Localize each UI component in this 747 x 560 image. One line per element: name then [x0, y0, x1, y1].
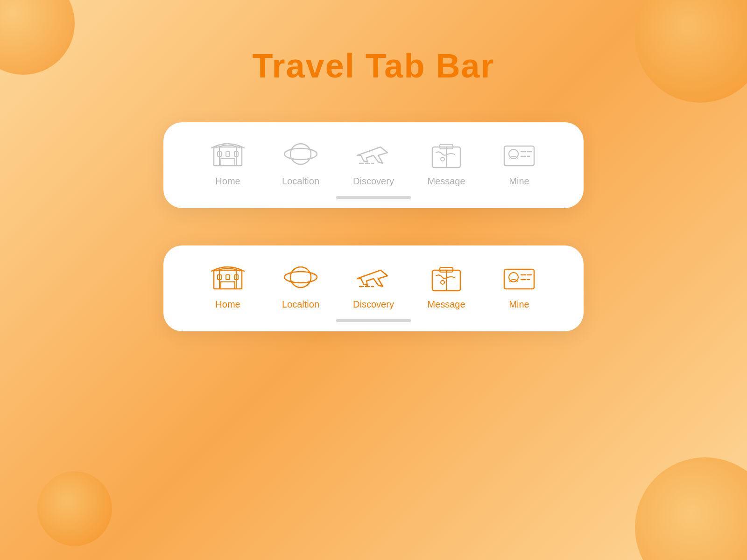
active-tab-items: Home Localtion — [191, 259, 556, 317]
location-icon-active — [280, 259, 322, 294]
tab-discovery-active[interactable]: Discovery — [337, 259, 410, 310]
svg-point-8 — [284, 148, 317, 160]
location-icon — [280, 136, 322, 171]
decorative-circle-top-right — [635, 0, 747, 103]
discovery-icon-active — [352, 259, 395, 294]
tab-home-inactive-label: Home — [215, 176, 240, 187]
tab-discovery-active-label: Discovery — [353, 299, 394, 310]
tab-indicator-inactive — [336, 196, 411, 199]
svg-point-25 — [290, 267, 311, 287]
svg-rect-20 — [226, 275, 230, 280]
svg-rect-2 — [226, 152, 230, 156]
tab-location-active-label: Localtion — [282, 299, 319, 310]
tab-mine-inactive[interactable]: Mine — [483, 136, 556, 187]
home-icon — [207, 136, 249, 171]
svg-point-13 — [441, 157, 444, 161]
tab-message-active-label: Message — [427, 299, 465, 310]
tab-message-active[interactable]: Message — [410, 259, 483, 310]
decorative-circle-bottom-right — [635, 457, 747, 560]
tab-bars-container: Home Localtion — [0, 122, 747, 331]
inactive-tab-bar: Home Localtion — [163, 122, 584, 208]
tab-location-inactive[interactable]: Localtion — [264, 136, 337, 187]
message-icon — [425, 136, 467, 171]
tab-discovery-inactive-label: Discovery — [353, 176, 394, 187]
svg-point-7 — [290, 144, 311, 164]
message-icon-active — [425, 259, 467, 294]
home-icon-active — [207, 259, 249, 294]
tab-message-inactive[interactable]: Message — [410, 136, 483, 187]
svg-point-26 — [284, 272, 317, 283]
mine-icon-active — [498, 259, 540, 294]
tab-location-inactive-label: Localtion — [282, 176, 319, 187]
svg-point-31 — [441, 280, 444, 284]
tab-mine-inactive-label: Mine — [509, 176, 529, 187]
tab-discovery-inactive[interactable]: Discovery — [337, 136, 410, 187]
svg-rect-4 — [221, 159, 235, 166]
tab-home-active[interactable]: Home — [191, 259, 264, 310]
mine-icon — [498, 136, 540, 171]
discovery-icon-inactive — [352, 136, 395, 171]
tab-home-inactive[interactable]: Home — [191, 136, 264, 187]
svg-rect-22 — [221, 282, 235, 289]
tab-mine-active-label: Mine — [509, 299, 529, 310]
inactive-tab-items: Home Localtion — [191, 136, 556, 194]
active-tab-bar: Home Localtion — [163, 245, 584, 331]
tab-home-active-label: Home — [215, 299, 240, 310]
tab-mine-active[interactable]: Mine — [483, 259, 556, 310]
tab-location-active[interactable]: Localtion — [264, 259, 337, 310]
tab-message-inactive-label: Message — [427, 176, 465, 187]
decorative-circle-bottom-left — [37, 471, 112, 546]
tab-indicator-active — [336, 319, 411, 322]
